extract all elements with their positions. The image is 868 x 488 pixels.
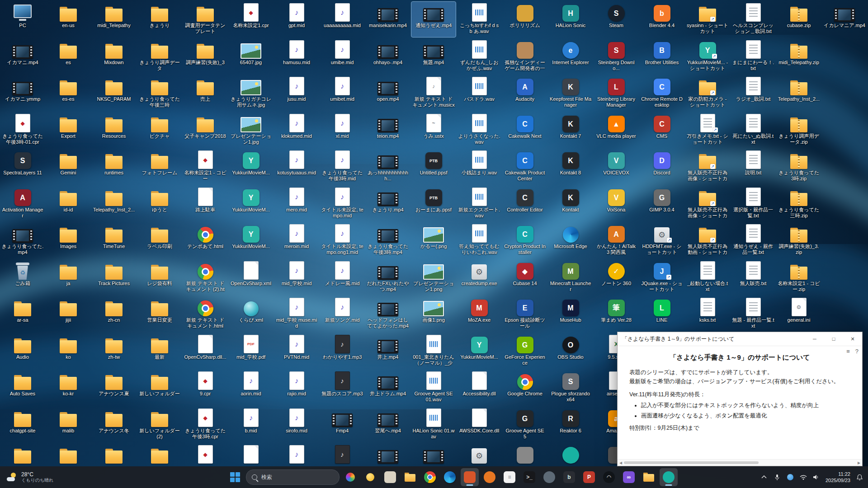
edge-taskbar-icon[interactable] <box>441 468 459 486</box>
desktop-icon[interactable]: NKSC_PARAM <box>92 75 136 111</box>
desktop-icon[interactable]: プレゼンテーション1.jpg <box>229 113 273 148</box>
desktop-icon[interactable]: 001_東北きりたん（ノーマル）_少しゃ... <box>411 333 456 369</box>
desktop-icon[interactable]: DDiscord <box>640 149 684 184</box>
desktop-icon[interactable]: きょうりガチコレ用サムネ.jpg <box>229 75 273 111</box>
close-icon[interactable]: ✕ <box>843 332 862 346</box>
desktop-icon[interactable]: ohhayo-.mp4 <box>366 39 410 74</box>
desktop-icon[interactable]: manisekarin.mp4 <box>366 2 410 37</box>
desktop-icon[interactable]: AWSSDK.Core.dll <box>457 407 501 442</box>
desktop-icon[interactable]: ヘルスコンプレッション＿歌詞.txt <box>731 2 775 37</box>
hidden-icons-chevron[interactable] <box>760 472 768 483</box>
file-explorer-taskbar-icon[interactable] <box>401 468 419 486</box>
desktop-icon[interactable]: 新規 テキスト ドキュメント.html <box>183 296 227 332</box>
desktop-icon[interactable]: ♪無題のスコア.mp3 <box>320 370 364 405</box>
desktop-icon[interactable]: ♻ごみ箱 <box>0 260 45 295</box>
desktop-icon[interactable]: KKeepforest File Manager <box>548 75 593 111</box>
desktop-icon[interactable]: ko-kr <box>46 370 90 405</box>
desktop-icon[interactable]: ♪uaaaaaaaaa.mid <box>320 2 364 37</box>
desktop-icon[interactable]: ↗家の防犯カメラ - ショートカット <box>685 75 730 111</box>
desktop-icon[interactable]: テンポあて.html <box>183 223 227 258</box>
desktop-icon[interactable]: Aかんたん！AITalk 3 関西風 <box>594 223 638 258</box>
desktop-icon[interactable]: AAudacity <box>503 75 547 111</box>
desktop-icon[interactable]: 画像1.png <box>411 296 456 332</box>
desktop-icon[interactable]: ♪タイトル未設定, tempo.ong1.mid <box>320 223 364 258</box>
desktop-icon[interactable]: MMinecraft Launcher <box>548 260 593 295</box>
desktop-icon[interactable]: 調査用データテンプレート <box>183 2 227 37</box>
desktop-icon[interactable]: Accessibility.dll <box>457 370 501 405</box>
desktop-icon[interactable]: きょうり食ってた三時.zip <box>777 186 821 221</box>
desktop-icon[interactable]: VVoiSona <box>594 186 638 221</box>
teal-app-taskbar-icon[interactable] <box>660 468 678 486</box>
desktop-icon[interactable]: レジ袋有料 <box>137 260 182 295</box>
desktop-icon[interactable]: ↗無人販売不正行為 画像 - ショートカット <box>685 186 730 221</box>
desktop-icon[interactable] <box>92 444 136 466</box>
notification-bell-icon[interactable] <box>855 472 863 483</box>
desktop-icon[interactable]: きょうり調声データ <box>137 39 182 74</box>
desktop-icon[interactable]: VVOICEVOX <box>594 149 638 184</box>
desktop-icon[interactable]: Telepathy_Inst_2... <box>92 186 136 221</box>
desktop-icon[interactable]: PDFmid_学校.pdf <box>229 333 273 369</box>
desktop-icon[interactable]: ♪mid_学校 muse.mid <box>274 296 319 332</box>
desktop-icon[interactable]: イカマニ.mp4 <box>0 39 45 74</box>
desktop-icon[interactable]: open.mp4 <box>366 75 410 111</box>
start-button[interactable] <box>226 468 244 486</box>
desktop-icon[interactable]: イカレマニア.mp4 <box>822 2 867 37</box>
notes-app-taskbar-icon[interactable]: ≡ <box>500 468 519 486</box>
desktop-icon[interactable]: ◆9.cpr <box>183 370 227 405</box>
desktop-icon[interactable]: ポリリリズム <box>503 2 547 37</box>
desktop-icon[interactable]: ♪sirofo.mid <box>274 407 319 442</box>
desktop-icon[interactable]: Fmp4 <box>320 407 364 442</box>
desktop-icon[interactable]: BBrother Utilities <box>640 39 684 74</box>
desktop-icon[interactable]: id-id <box>46 186 90 221</box>
desktop-icon[interactable]: ◆きょうり食ってた午後3時.cpr <box>183 407 227 442</box>
desktop-icon[interactable]: ↗syasinn - ショートカット <box>685 2 730 37</box>
desktop-icon[interactable]: GGroove Agent SE 5 <box>503 407 547 442</box>
bluetooth-status-icon[interactable] <box>786 472 794 483</box>
desktop-icon[interactable]: teion.mp4 <box>366 113 410 148</box>
desktop-icon[interactable]: 調声練習(失敗)_3.zip <box>777 223 821 258</box>
desktop-icon[interactable]: ♪kotusytuaaus.mid <box>274 149 319 184</box>
desktop-icon[interactable]: ♪b.mid <box>229 407 273 442</box>
desktop-icon[interactable]: CCrypton Product Installer <box>503 223 547 258</box>
desktop-icon[interactable]: アナウンス冬 <box>92 407 136 442</box>
desktop-icon[interactable]: ◆名称未設定1.cpr <box>229 2 273 37</box>
desktop-icon[interactable]: KKontakt 7 <box>548 113 593 148</box>
desktop-icon[interactable]: 死にたい_ぬ歌詞.txt <box>731 113 775 148</box>
desktop-icon[interactable]: MMuseHub <box>548 296 593 332</box>
desktop-icon[interactable]: Gemini <box>46 149 90 184</box>
orange-app-taskbar-icon[interactable] <box>481 468 499 486</box>
desktop-icon[interactable]: ko <box>46 333 90 369</box>
desktop-icon[interactable] <box>411 444 456 466</box>
menu-icon[interactable]: ≡ <box>846 348 850 355</box>
desktop-icon[interactable]: ♪umibe.mid <box>320 39 364 74</box>
desktop-icon[interactable]: cubase.zip <box>777 2 821 37</box>
desktop-icon[interactable]: 孤独なインディーゲーム開発者の一生... <box>503 39 547 74</box>
desktop-icon[interactable]: PTBUntitled.ppsf <box>411 149 456 184</box>
desktop-icon[interactable]: OOBS Studio <box>548 333 593 369</box>
desktop-icon[interactable]: HHALion Sonic <box>548 2 593 37</box>
desktop-icon[interactable]: ♪umibet.mid <box>320 75 364 111</box>
desktop-icon[interactable]: SPlogue sforzando x64 <box>548 370 593 405</box>
desktop-icon[interactable]: zh-tw <box>92 333 136 369</box>
desktop-icon[interactable]: ◆名称未設定1 - コピー <box>183 149 227 184</box>
desktop-icon[interactable]: ♪PVTNd.mid <box>274 333 319 369</box>
desktop-icon[interactable]: runtimes <box>92 149 136 184</box>
desktop-icon[interactable]: ♪aorin.mid <box>229 370 273 405</box>
desktop-icon[interactable]: まにまにわーる！.txt <box>731 39 775 74</box>
desktop-icon[interactable]: パスドラ.wav <box>457 75 501 111</box>
desktop-icon[interactable]: Google Chrome <box>503 370 547 405</box>
desktop-icon[interactable]: malib <box>46 407 90 442</box>
desktop-icon[interactable]: ♪ <box>320 444 364 466</box>
desktop-icon[interactable] <box>229 444 273 466</box>
desktop-icon[interactable]: HALion Sonic 01.wav <box>411 407 456 442</box>
clock[interactable]: 11:22 2025/09/23 <box>826 471 850 483</box>
desktop-icon[interactable]: YYukkuriMovieM... <box>457 333 501 369</box>
desktop-icon[interactable]: ♪きょうり食ってた午後3時.mid <box>320 149 364 184</box>
desktop-icon[interactable] <box>548 444 593 466</box>
desktop-icon[interactable]: Export <box>46 113 90 148</box>
desktop-icon[interactable]: 井上ドラム.mp4 <box>366 370 410 405</box>
desktop-icon[interactable]: 答え知っててもむりいわこれ.wav <box>457 223 501 258</box>
desktop-icon[interactable]: ♪ <box>274 444 319 466</box>
desktop-icon[interactable]: YYukkuriMovieM... <box>229 149 273 184</box>
desktop-icon[interactable]: ♪gpt.mid <box>274 2 319 37</box>
